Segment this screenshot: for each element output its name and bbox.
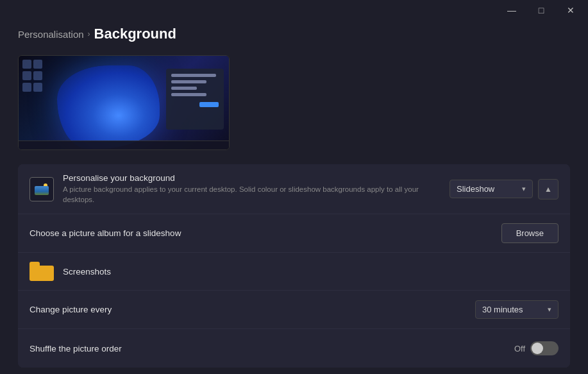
shuffle-row: Shuffle the picture order Off <box>18 329 570 368</box>
preview-desktop-bg <box>19 56 229 149</box>
dropdown-chevron-icon: ▾ <box>522 185 526 193</box>
collapse-button[interactable]: ▲ <box>538 179 559 200</box>
change-picture-value: 30 minutes <box>482 305 541 314</box>
background-type-value: Slideshow <box>457 184 516 194</box>
change-picture-chevron-icon: ▾ <box>548 305 551 314</box>
personalise-background-row: Personalise your background A picture ba… <box>18 164 570 214</box>
breadcrumb-chevron-icon: › <box>88 30 90 38</box>
background-type-dropdown[interactable]: Slideshow ▾ <box>449 180 533 198</box>
change-picture-dropdown[interactable]: 30 minutes ▾ <box>475 300 559 319</box>
personalise-description: A picture background applies to your cur… <box>63 184 435 205</box>
change-picture-title: Change picture every <box>29 305 475 314</box>
album-text-block: Choose a picture album for a slideshow <box>29 228 501 238</box>
album-title: Choose a picture album for a slideshow <box>29 228 501 238</box>
image-icon <box>29 177 54 201</box>
preview-desktop-icons <box>22 60 42 92</box>
shuffle-controls: Off <box>514 341 559 355</box>
shuffle-toggle-container: Off <box>514 341 559 355</box>
album-controls: Browse <box>501 223 559 243</box>
choose-album-row: Choose a picture album for a slideshow B… <box>18 214 570 253</box>
personalise-title: Personalise your background <box>63 173 449 183</box>
toggle-knob <box>532 343 543 354</box>
page-title: Background <box>94 26 176 42</box>
personalise-icon-wrapper <box>29 177 54 201</box>
personalise-controls: Slideshow ▾ ▲ <box>449 179 559 200</box>
windows-bloom-decoration <box>51 62 166 146</box>
title-bar: — □ ✕ <box>0 0 588 21</box>
shuffle-text-block: Shuffle the picture order <box>29 344 514 353</box>
folder-icon-wrapper <box>29 259 54 284</box>
personalise-text-block: Personalise your background A picture ba… <box>63 173 449 205</box>
maximize-button[interactable]: □ <box>526 0 556 21</box>
close-button[interactable]: ✕ <box>556 0 585 21</box>
preview-notification-panel <box>166 69 224 130</box>
screenshots-folder-row: Screenshots <box>18 253 570 291</box>
browse-button[interactable]: Browse <box>501 223 559 243</box>
chevron-up-icon: ▲ <box>544 185 552 194</box>
settings-area: Personalise your background A picture ba… <box>18 164 570 368</box>
image-icon-graphic <box>35 183 49 195</box>
preview-taskbar <box>19 140 229 149</box>
breadcrumb-parent[interactable]: Personalisation <box>18 29 84 40</box>
breadcrumb: Personalisation › Background <box>0 21 588 55</box>
change-picture-controls: 30 minutes ▾ <box>475 300 559 319</box>
change-picture-text-block: Change picture every <box>29 305 475 314</box>
screenshots-text-block: Screenshots <box>63 267 559 276</box>
shuffle-toggle[interactable] <box>530 341 559 355</box>
folder-icon <box>29 262 54 281</box>
change-picture-row: Change picture every 30 minutes ▾ <box>18 291 570 329</box>
minimize-button[interactable]: — <box>497 0 526 21</box>
shuffle-toggle-label: Off <box>514 344 525 353</box>
desktop-preview <box>18 55 230 150</box>
shuffle-title: Shuffle the picture order <box>29 344 514 353</box>
screenshots-folder-name: Screenshots <box>63 267 559 276</box>
